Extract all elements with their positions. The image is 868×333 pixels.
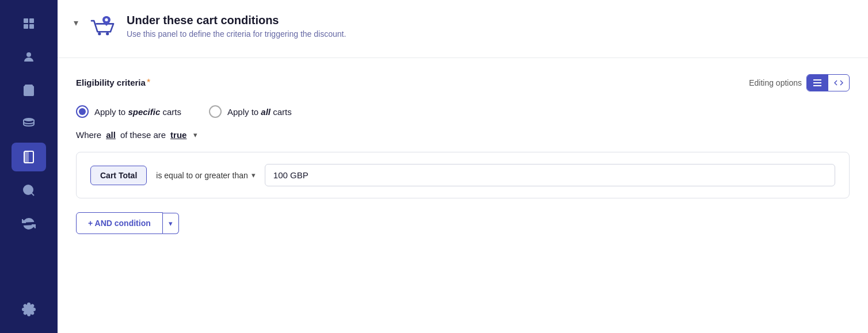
- radio-specific-carts[interactable]: Apply to specific carts: [76, 105, 181, 118]
- required-marker: *: [147, 78, 150, 87]
- section-subtitle: Use this panel to define the criteria fo…: [127, 29, 346, 39]
- svg-point-11: [98, 32, 101, 35]
- condition-operator-group: is equal to or greater than ▾: [156, 171, 256, 180]
- sidebar: [0, 0, 58, 333]
- sidebar-item-pages[interactable]: [12, 143, 46, 171]
- svg-rect-0: [24, 18, 28, 23]
- where-prefix: Where: [76, 130, 101, 140]
- where-true-link[interactable]: true: [170, 130, 186, 140]
- radio-specific-circle: [76, 105, 89, 118]
- eligibility-label-group: Eligibility criteria*: [76, 78, 150, 88]
- sidebar-item-settings[interactable]: [12, 295, 46, 324]
- svg-rect-3: [29, 24, 34, 29]
- main-content: ▾ Under these cart conditions Use this p…: [58, 0, 868, 333]
- radio-all-circle: [209, 105, 222, 118]
- header-text: Under these cart conditions Use this pan…: [127, 14, 346, 39]
- svg-rect-15: [813, 79, 821, 81]
- radio-group: Apply to specific carts Apply to all car…: [76, 105, 850, 118]
- svg-rect-2: [24, 24, 28, 29]
- radio-specific-label: Apply to specific carts: [94, 107, 181, 117]
- view-toggle: [806, 74, 850, 91]
- condition-operator-text: is equal to or greater than: [156, 171, 248, 180]
- sidebar-item-user[interactable]: [12, 43, 46, 71]
- eligibility-row: Eligibility criteria* Editing options: [76, 74, 850, 91]
- sidebar-item-refresh[interactable]: [12, 209, 46, 238]
- sidebar-item-stack[interactable]: [12, 109, 46, 138]
- collapse-button[interactable]: ▾: [71, 15, 81, 30]
- svg-point-6: [24, 118, 34, 121]
- and-condition-button[interactable]: + AND condition: [76, 212, 163, 234]
- editing-options-label: Editing options: [749, 78, 802, 87]
- cart-header-icon: [87, 14, 117, 46]
- svg-rect-17: [813, 85, 821, 86]
- condition-value-input[interactable]: [265, 164, 835, 186]
- condition-box: Cart Total is equal to or greater than ▾: [76, 152, 850, 198]
- svg-point-14: [105, 18, 108, 21]
- list-view-button[interactable]: [807, 75, 828, 91]
- where-middle-text: of these are: [120, 130, 166, 140]
- section-title: Under these cart conditions: [127, 14, 346, 27]
- svg-rect-16: [813, 82, 821, 83]
- and-condition-wrapper: + AND condition ▾: [76, 212, 850, 234]
- svg-rect-1: [29, 18, 34, 23]
- svg-point-9: [24, 185, 33, 194]
- code-view-button[interactable]: [828, 75, 849, 91]
- sidebar-item-search[interactable]: [12, 176, 46, 205]
- svg-point-4: [26, 52, 31, 57]
- where-clause: Where all of these are true ▾: [76, 129, 850, 140]
- where-dropdown-button[interactable]: ▾: [191, 129, 200, 140]
- and-condition-dropdown-button[interactable]: ▾: [163, 213, 179, 234]
- sidebar-item-cart[interactable]: [12, 76, 46, 105]
- editing-options-group: Editing options: [749, 74, 850, 91]
- radio-all-carts[interactable]: Apply to all carts: [209, 105, 292, 118]
- condition-operator-dropdown[interactable]: ▾: [252, 171, 256, 179]
- svg-point-12: [106, 32, 109, 35]
- where-all-link[interactable]: all: [106, 130, 116, 140]
- content-area: Eligibility criteria* Editing options: [58, 58, 868, 333]
- svg-rect-8: [24, 151, 29, 163]
- radio-all-label: Apply to all carts: [227, 107, 292, 117]
- sidebar-item-grid[interactable]: [12, 9, 46, 38]
- section-header: ▾ Under these cart conditions Use this p…: [58, 0, 868, 58]
- condition-tag[interactable]: Cart Total: [90, 166, 147, 185]
- eligibility-label: Eligibility criteria: [76, 78, 146, 87]
